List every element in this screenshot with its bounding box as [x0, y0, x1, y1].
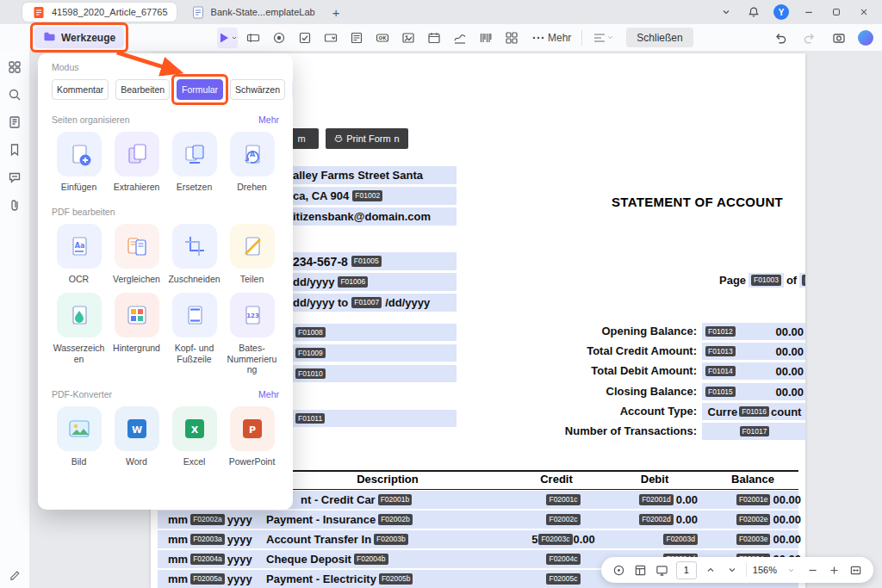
new-tab-button[interactable]: +	[332, 6, 340, 19]
cell-description[interactable]: Cheque DepositF02004b	[266, 550, 388, 568]
cell-credit[interactable]: F02005c	[515, 570, 612, 588]
attachments-icon[interactable]	[7, 197, 22, 213]
tool-powerpoint[interactable]: PPowerPoint	[225, 406, 279, 467]
pen-tool-icon[interactable]	[7, 566, 22, 581]
fit-width-icon[interactable]	[848, 562, 863, 578]
cell-debit[interactable]: F02003d	[617, 530, 706, 548]
image-field-tool-icon[interactable]	[398, 28, 419, 48]
summary-field[interactable]: F0101300.00	[702, 343, 805, 360]
redo-icon[interactable]	[799, 28, 820, 48]
section-mehr-link[interactable]: Mehr	[258, 389, 279, 399]
tool-drehen[interactable]: ADrehen	[225, 132, 279, 193]
undo-icon[interactable]	[770, 28, 791, 48]
cell-balance[interactable]: F02001e00.00	[711, 491, 805, 509]
tool-hintergrund[interactable]: Hintergrund	[109, 293, 164, 375]
cell-date[interactable]: mmF02003ayyyy	[168, 530, 264, 548]
text-field-tool-icon[interactable]	[243, 28, 264, 48]
search-icon[interactable]	[7, 87, 22, 102]
zoom-dropdown-icon[interactable]	[783, 562, 798, 578]
page-thumbnails-icon[interactable]	[7, 115, 22, 130]
summary-field[interactable]: F0101500.00	[702, 383, 805, 400]
zoom-out-icon[interactable]	[804, 562, 820, 578]
close-button[interactable]	[856, 4, 872, 20]
tool-kopf-und-fu-zeile[interactable]: Kopf- und Fußzeile	[167, 293, 221, 375]
apps-grid-icon[interactable]	[7, 59, 22, 75]
cell-balance[interactable]: F02002e00.00	[711, 511, 805, 529]
cell-debit[interactable]: F02002d0.00	[617, 511, 706, 529]
tool-bild[interactable]: Bild	[52, 406, 106, 467]
summary-field[interactable]: F0101400.00	[702, 362, 805, 380]
tool-word[interactable]: WWord	[109, 406, 164, 467]
mode-button-bearbeiten[interactable]: Bearbeiten	[115, 79, 170, 100]
previous-page-icon[interactable]	[703, 562, 718, 578]
cell-description[interactable]: nt - Credit CarF02001b	[301, 491, 412, 509]
capture-icon[interactable]	[829, 28, 849, 48]
user-avatar[interactable]: Y	[773, 4, 789, 20]
radio-button-tool-icon[interactable]	[269, 28, 289, 48]
cell-credit[interactable]: F02004c	[515, 550, 612, 568]
section-mehr-link[interactable]: Mehr	[258, 115, 279, 125]
tool-bates-nummerierung[interactable]: 123Bates-Nummerierung	[225, 293, 279, 375]
read-mode-icon[interactable]	[612, 562, 627, 578]
zoom-in-icon[interactable]	[826, 562, 842, 578]
mode-button-schw-rzen[interactable]: Schwärzen	[230, 79, 285, 100]
tab-document-1[interactable]: 41598_2020_Article_67765	[22, 3, 177, 22]
comments-icon[interactable]	[7, 170, 22, 185]
tool-ersetzen[interactable]: Ersetzen	[167, 132, 221, 193]
cell-description[interactable]: Account Transfer InF02003b	[266, 530, 408, 548]
tool-ocr[interactable]: AaOCR	[52, 224, 106, 285]
cell-date[interactable]: mmF02004ayyyy	[168, 550, 264, 568]
cell-credit[interactable]: F02001c	[515, 491, 612, 509]
mode-button-formular[interactable]: Formular	[177, 79, 223, 100]
alignment-tool-icon[interactable]	[593, 28, 614, 48]
cell-credit[interactable]: F02002c	[515, 511, 612, 529]
list-box-tool-icon[interactable]	[346, 28, 367, 48]
checkbox-tool-icon[interactable]	[295, 28, 315, 48]
zoom-level[interactable]: 156%	[753, 565, 777, 575]
werkzeuge-button[interactable]: Werkzeuge	[34, 27, 124, 48]
cell-balance[interactable]: F02003e00.00	[711, 530, 805, 548]
ai-assistant-button[interactable]	[858, 30, 873, 46]
presentation-icon[interactable]	[655, 562, 670, 578]
cell-debit[interactable]: F02001d0.00	[617, 491, 706, 509]
next-page-icon[interactable]	[724, 562, 740, 578]
tab-document-2[interactable]: Bank-State...emplateLab	[182, 3, 324, 22]
chevron-down-icon[interactable]	[718, 4, 734, 20]
tool-einf-gen[interactable]: Einfügen	[52, 132, 106, 193]
button-tool-icon[interactable]: OK	[372, 28, 393, 48]
barcode-field-tool-icon[interactable]	[475, 28, 496, 48]
cell-description[interactable]: Payment - InsuranceF02002b	[266, 511, 413, 529]
more-fields-tool-icon[interactable]	[501, 28, 522, 48]
select-form-tool-icon[interactable]	[217, 28, 238, 48]
maximize-button[interactable]	[829, 4, 844, 20]
tool-vergleichen[interactable]: Vergleichen	[109, 224, 164, 285]
summary-field[interactable]: F01017	[702, 423, 805, 440]
summary-field[interactable]: F0101200.00	[702, 323, 805, 340]
page-number-field[interactable]: F01003	[748, 273, 784, 288]
cell-date[interactable]: mmF02002ayyyy	[168, 511, 264, 529]
page-number-input[interactable]: 1	[676, 561, 697, 579]
schliessen-button[interactable]: Schließen	[626, 28, 693, 47]
cell-description[interactable]: Payment - ElectricityF02005b	[266, 570, 413, 588]
mode-button-kommentar[interactable]: Kommentar	[52, 79, 109, 100]
cell-credit[interactable]: 5F02003c0.00	[515, 530, 612, 548]
thumbnail-view-icon[interactable]	[633, 562, 649, 578]
print-form-button[interactable]: Print Form n	[326, 128, 408, 149]
tool-excel[interactable]: XExcel	[167, 406, 221, 467]
cell-date[interactable]: mmF02005ayyyy	[168, 570, 264, 588]
more-tools-button[interactable]: Mehr	[532, 32, 571, 44]
minimize-button[interactable]	[801, 4, 817, 20]
tool-wasserzeichen[interactable]: Wasserzeichen	[52, 293, 106, 375]
bookmarks-icon[interactable]	[7, 142, 22, 158]
combo-box-tool-icon[interactable]	[320, 28, 341, 48]
tool-extrahieren[interactable]: Extrahieren	[109, 132, 164, 193]
notification-bell-icon[interactable]	[746, 4, 761, 20]
tool-zuschneiden[interactable]: Zuschneiden	[167, 224, 221, 285]
signature-field-tool-icon[interactable]	[450, 28, 470, 48]
share-mode-button[interactable]	[292, 78, 293, 101]
tool-teilen[interactable]: Teilen	[225, 224, 279, 285]
summary-field[interactable]: CurreF01016count	[702, 403, 805, 420]
page-of-fields[interactable]: Page F01003 of F01004	[719, 273, 805, 288]
date-field-tool-icon[interactable]	[424, 28, 444, 48]
page-total-field[interactable]: F01004	[799, 273, 805, 288]
